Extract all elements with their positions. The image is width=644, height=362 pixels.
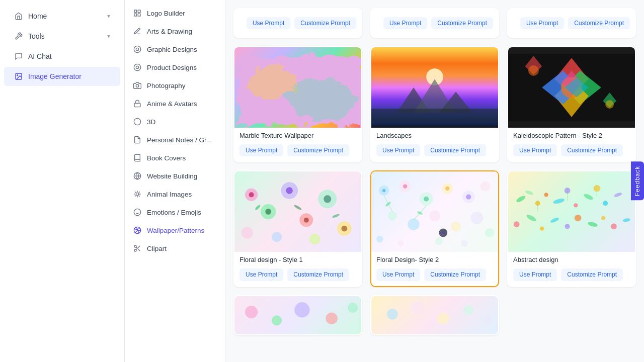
sidebar-item-tools[interactable]: Tools ▾ [4,27,120,46]
feedback-tab[interactable]: Feedback [631,162,644,201]
logo-builder-label: Logo Builder [147,10,185,17]
category-book-covers[interactable]: Book Covers [125,149,225,167]
book-icon [133,153,142,162]
svg-point-108 [587,221,598,228]
emotions-label: Emotions / Emojis [147,209,201,216]
svg-point-49 [265,209,271,215]
category-photography[interactable]: Photography [125,76,225,95]
card-marble: Marble Texture Wallpaper Use Prompt Cust… [233,46,362,162]
category-anime-avatars[interactable]: Anime & Avatars [125,95,225,113]
floral2-use-btn[interactable]: Use Prompt [376,268,420,281]
partial-card-2: Use Prompt Customize Prompt [370,8,499,38]
floral2-customize-btn[interactable]: Customize Prompt [424,268,486,281]
category-product-designs[interactable]: Product Designs [125,58,225,76]
image-icon [14,72,23,81]
card-floral1-body: Floral design - Style 1 Use Prompt Custo… [234,252,361,286]
category-emotions-emojis[interactable]: Emotions / Emojis [125,203,225,221]
svg-point-10 [136,84,138,87]
card-kaleidoscope-actions: Use Prompt Customize Prompt [513,144,630,156]
landscapes-use-btn[interactable]: Use Prompt [376,144,420,156]
svg-point-73 [466,195,471,200]
partial-use-btn-2[interactable]: Use Prompt [383,17,427,29]
category-logo-builder[interactable]: Logo Builder [125,4,225,22]
cards-grid-3 [233,295,636,335]
svg-rect-5 [138,14,140,16]
kaleidoscope-use-btn[interactable]: Use Prompt [513,144,557,156]
category-graphic-designs[interactable]: Graphic Designs [125,40,225,58]
arts-icon [133,27,142,36]
3d-icon [133,117,142,126]
partial-card-3: Use Prompt Customize Prompt [507,8,636,38]
sidebar: Home ▾ Tools ▾ AI Chat Image Generator [0,0,125,362]
empty-bottom-slot [507,295,636,335]
category-wallpaper-patterns[interactable]: Wallpaper/Patterns [125,221,225,239]
partial-use-btn-3[interactable]: Use Prompt [520,17,564,29]
svg-point-57 [342,226,348,232]
partial-customize-btn-2[interactable]: Customize Prompt [431,17,493,29]
card-marble-title: Marble Texture Wallpaper [239,132,356,140]
category-3d[interactable]: 3D [125,113,225,131]
svg-point-101 [613,192,622,198]
svg-point-98 [583,193,594,201]
abstract-customize-btn[interactable]: Customize Prompt [561,268,623,281]
card-abstract-image [508,171,635,252]
svg-rect-11 [134,103,140,107]
book-covers-label: Book Covers [147,154,186,162]
svg-point-103 [526,214,537,223]
clipart-label: Clipart [147,245,167,252]
partial-customize-btn-3[interactable]: Customize Prompt [568,17,630,29]
card-bottom-1-image [234,296,361,335]
animal-label: Animal Images [147,191,192,198]
card-bottom-1 [233,295,362,335]
cards-grid-2: Floral design - Style 1 Use Prompt Custo… [233,170,636,287]
marble-customize-btn[interactable]: Customize Prompt [287,144,349,156]
svg-point-86 [398,240,404,246]
home-icon [14,12,23,21]
svg-point-53 [304,218,309,223]
svg-point-118 [326,312,338,324]
top-partial-row: Use Prompt Customize Prompt Use Prompt C… [233,8,636,38]
sidebar-item-home[interactable]: Home ▾ [4,7,120,26]
card-landscapes-title: Landscapes [376,132,493,140]
svg-point-122 [437,312,449,324]
svg-rect-4 [134,14,137,16]
category-clipart[interactable]: Clipart [125,239,225,257]
svg-point-115 [245,306,258,318]
animal-icon [133,190,142,199]
category-arts-drawing[interactable]: Arts & Drawing [125,22,225,40]
svg-point-88 [461,240,467,247]
marble-use-btn[interactable]: Use Prompt [239,144,283,156]
svg-point-109 [601,216,605,220]
svg-point-117 [294,302,309,317]
abstract-use-btn[interactable]: Use Prompt [513,268,557,281]
kaleidoscope-customize-btn[interactable]: Customize Prompt [561,144,623,156]
svg-point-1 [17,75,18,76]
card-landscapes-actions: Use Prompt Customize Prompt [376,144,493,156]
floral1-customize-btn[interactable]: Customize Prompt [287,268,349,281]
sidebar-item-aichat[interactable]: AI Chat [4,47,120,66]
card-kaleidoscope-title: Kaleidoscopic Pattern - Style 2 [513,132,630,140]
notes-label: Personal Notes / Gr... [147,136,212,144]
category-personal-notes[interactable]: Personal Notes / Gr... [125,131,225,149]
card-floral2-body: Floral Design- Style 2 Use Prompt Custom… [371,252,498,286]
tools-label: Tools [28,32,102,40]
svg-point-78 [451,222,461,232]
partial-customize-btn-1[interactable]: Customize Prompt [294,17,356,29]
aichat-label: AI Chat [28,52,110,60]
sidebar-item-image-generator[interactable]: Image Generator [4,67,120,86]
landscapes-customize-btn[interactable]: Customize Prompt [424,144,486,156]
floral1-use-btn[interactable]: Use Prompt [239,268,283,281]
svg-point-83 [385,201,392,207]
svg-point-97 [574,203,578,207]
card-floral2: Floral Design- Style 2 Use Prompt Custom… [370,170,499,287]
product-icon [133,63,142,72]
category-animal-images[interactable]: Animal Images [125,185,225,203]
svg-point-16 [134,209,140,215]
category-website-building[interactable]: Website Building [125,167,225,185]
svg-point-74 [480,182,491,192]
card-floral2-image [371,171,498,252]
card-abstract-body: Abstract design Use Prompt Customize Pro… [508,252,635,286]
partial-use-btn-1[interactable]: Use Prompt [247,17,290,29]
notes-icon [133,135,142,144]
svg-rect-2 [134,10,137,13]
